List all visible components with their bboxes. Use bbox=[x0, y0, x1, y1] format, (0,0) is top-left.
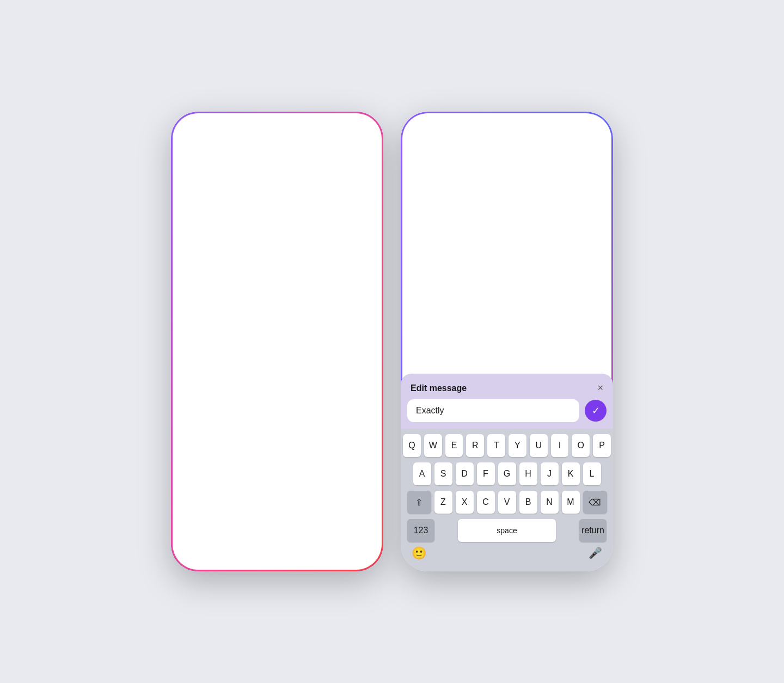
reaction-angry[interactable]: 😡 bbox=[293, 420, 314, 440]
key-k[interactable]: K bbox=[562, 462, 580, 485]
chat-actions: 📞 📹 bbox=[568, 148, 604, 161]
reaction-thumbs-up[interactable]: 👍 bbox=[319, 420, 339, 440]
key-n[interactable]: N bbox=[541, 491, 559, 514]
context-reply-label: Reply bbox=[209, 454, 231, 464]
key-u[interactable]: U bbox=[530, 434, 548, 457]
left-phone: 9:41 ▐▌▌ ▲ ▮ ❤️ 😆 😮 😢 😡 👍 + XACTLY Reply… bbox=[171, 112, 383, 571]
signal-icon-right: ▐▌▌ bbox=[557, 121, 575, 131]
msg-bubble-received-2: Yea, that was such a twist bbox=[429, 324, 532, 346]
keyboard-row-3: ⇧ Z X C V B N M ⌫ bbox=[403, 491, 611, 514]
context-unsend-label: > Unsend bbox=[209, 510, 247, 520]
key-s[interactable]: S bbox=[434, 462, 452, 485]
chat-status: Active now bbox=[446, 155, 563, 163]
reaction-wow[interactable]: 😮 bbox=[242, 420, 262, 440]
key-x[interactable]: X bbox=[456, 491, 474, 514]
key-d[interactable]: D bbox=[456, 462, 474, 485]
msg-row-received-1: Btw!! Movie was awesome 🔥 bbox=[409, 255, 604, 277]
back-button[interactable]: ‹ bbox=[409, 148, 413, 161]
context-edit-label: Edit bbox=[209, 482, 224, 492]
phone-icon[interactable]: 📞 bbox=[568, 148, 582, 161]
key-l[interactable]: L bbox=[583, 462, 601, 485]
status-time-right: 9:41 bbox=[418, 121, 434, 130]
xactly-row: XACTLY bbox=[409, 347, 604, 367]
wifi-icon: ▲ bbox=[349, 121, 358, 131]
scene: 9:41 ▐▌▌ ▲ ▮ ❤️ 😆 😮 😢 😡 👍 + XACTLY Reply… bbox=[149, 90, 635, 593]
msg-row-received-2: Yea, that was such a twist bbox=[409, 324, 604, 346]
key-b[interactable]: B bbox=[519, 491, 537, 514]
reaction-laugh[interactable]: 😆 bbox=[217, 420, 237, 440]
keyboard-row-4: 123 space return bbox=[403, 519, 611, 542]
key-a[interactable]: A bbox=[413, 462, 431, 485]
keyboard: Q W E R T Y U I O P A S D F G H bbox=[401, 429, 613, 571]
status-icons-right: ▐▌▌ ▲ ▮ bbox=[557, 120, 596, 131]
sender-avatar-2 bbox=[409, 330, 425, 345]
key-f[interactable]: F bbox=[477, 462, 495, 485]
reply-icon: ↩ bbox=[337, 453, 345, 465]
key-e[interactable]: E bbox=[445, 434, 463, 457]
reaction-more-button[interactable]: + bbox=[345, 421, 363, 440]
keyboard-row-2: A S D F G H J K L bbox=[403, 462, 611, 485]
context-more-label: > More bbox=[209, 537, 236, 547]
status-icons-left: ▐▌▌ ▲ ▮ bbox=[327, 120, 366, 131]
key-123[interactable]: 123 bbox=[407, 519, 434, 542]
key-p[interactable]: P bbox=[593, 434, 611, 457]
key-backspace[interactable]: ⌫ bbox=[583, 491, 607, 514]
key-o[interactable]: O bbox=[572, 434, 590, 457]
key-v[interactable]: V bbox=[498, 491, 516, 514]
msg-bubble-received-1: Btw!! Movie was awesome 🔥 bbox=[429, 255, 546, 277]
link-card-body: suspension bridge opens in the Swiss Alp… bbox=[409, 228, 604, 252]
video-icon[interactable]: 📹 bbox=[591, 148, 604, 161]
edit-confirm-button[interactable]: ✓ bbox=[585, 400, 607, 422]
emoji-button[interactable]: 🙂 bbox=[412, 546, 426, 560]
mic-button[interactable]: 🎤 bbox=[589, 546, 602, 560]
context-more[interactable]: > More ☺ bbox=[198, 528, 356, 555]
reaction-heart[interactable]: ❤️ bbox=[191, 420, 211, 440]
edit-modal: Edit message × ✓ Q W E R T Y U I O bbox=[401, 374, 613, 571]
edit-message-input[interactable] bbox=[407, 399, 579, 422]
chat-header: ‹ Sara Khosravi Active now 📞 📹 bbox=[401, 138, 613, 171]
key-space[interactable]: space bbox=[458, 519, 556, 542]
link-card-title: suspension bridge opens in the Swiss Alp… bbox=[416, 233, 598, 241]
key-c[interactable]: C bbox=[477, 491, 495, 514]
battery-icon-right: ▮ bbox=[591, 120, 596, 131]
edit-close-button[interactable]: × bbox=[597, 382, 603, 394]
key-return[interactable]: return bbox=[579, 519, 607, 542]
key-z[interactable]: Z bbox=[434, 491, 452, 514]
sender-avatar-1 bbox=[409, 261, 425, 277]
keyboard-bottom-bar: 🙂 🎤 bbox=[403, 546, 611, 569]
key-w[interactable]: W bbox=[424, 434, 442, 457]
blurred-image bbox=[206, 155, 348, 297]
keyboard-row-1: Q W E R T Y U I O P bbox=[403, 434, 611, 457]
battery-icon: ▮ bbox=[361, 120, 366, 131]
edit-input-row: ✓ bbox=[407, 399, 607, 422]
edit-modal-header: Edit message × bbox=[401, 374, 613, 399]
key-shift[interactable]: ⇧ bbox=[407, 491, 431, 514]
signal-icon: ▐▌▌ bbox=[327, 121, 346, 131]
key-t[interactable]: T bbox=[487, 434, 505, 457]
edit-modal-title: Edit message bbox=[411, 383, 467, 393]
key-g[interactable]: G bbox=[498, 462, 516, 485]
key-r[interactable]: R bbox=[466, 434, 484, 457]
wifi-icon-right: ▲ bbox=[579, 121, 587, 131]
edit-icon: ✏ bbox=[337, 481, 345, 493]
key-i[interactable]: I bbox=[551, 434, 569, 457]
key-m[interactable]: M bbox=[562, 491, 580, 514]
reaction-bar[interactable]: ❤️ 😆 😮 😢 😡 👍 + bbox=[181, 414, 373, 446]
chat-info: Sara Khosravi Active now bbox=[446, 146, 563, 163]
context-edit[interactable]: Edit ✏ bbox=[198, 473, 356, 501]
right-phone: 👁 9:41 ▐▌▌ ▲ ▮ ‹ Sara Khosravi Active no… bbox=[401, 112, 613, 571]
link-card: suspension bridge opens in the Swiss Alp… bbox=[409, 179, 604, 252]
msg-time-1: 9:37 AM bbox=[401, 280, 613, 286]
chat-avatar bbox=[419, 143, 440, 165]
notch-right bbox=[473, 112, 541, 130]
msg-bubble-sent-1: Totally didn't expect that ending 😱 bbox=[474, 290, 604, 322]
link-card-url: zoomture.com bbox=[416, 241, 598, 247]
context-reply[interactable]: Reply ↩ bbox=[198, 446, 356, 473]
key-y[interactable]: Y bbox=[509, 434, 526, 457]
key-h[interactable]: H bbox=[519, 462, 537, 485]
context-unsend[interactable]: > Unsend 🗑 bbox=[198, 501, 356, 528]
status-time-left: 9:41 bbox=[188, 121, 205, 130]
key-j[interactable]: J bbox=[541, 462, 559, 485]
key-q[interactable]: Q bbox=[403, 434, 421, 457]
reaction-cry[interactable]: 😢 bbox=[268, 420, 288, 440]
